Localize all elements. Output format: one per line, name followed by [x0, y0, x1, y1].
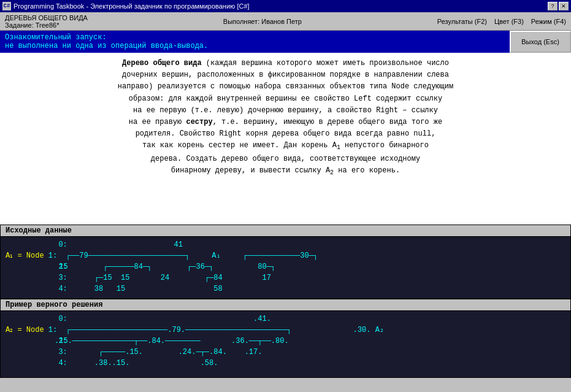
notification-bar: Ознакомительный запуск: не выполнена ни …	[0, 31, 571, 53]
output-row-0: 0: .41.	[6, 313, 565, 325]
input-row-2: 2: 15 ┌──────84─┐ ┌─36─┐ 80─┐	[6, 261, 565, 272]
input-body: 0: 41 A₁ = Node 1: ┌──79────────────────…	[1, 237, 570, 298]
description-text: Дерево общего вида (каждая вершина котор…	[10, 58, 561, 178]
task-label: Задание: Tree86*	[5, 21, 88, 29]
window-controls: ? ✕	[548, 2, 569, 10]
menu-right: Результаты (F2) Цвет (F3) Режим (F4)	[437, 18, 566, 25]
input-row-0: 0: 41	[6, 239, 565, 250]
task-info: ДЕРЕВЬЯ ОБЩЕГО ВИДА Задание: Tree86*	[5, 14, 88, 29]
mode-menu[interactable]: Режим (F4)	[531, 18, 566, 25]
input-section: Исходные данные 0: 41 A₁ = Node 1: ┌──79…	[0, 225, 571, 299]
input-row-label: A₁ = Node 1: ┌──79──────────────────────…	[6, 250, 565, 261]
input-row-4: 4: 38 15 58	[6, 283, 565, 294]
output-section: Пример верного решения 0: .41. A₂ = Node…	[0, 299, 571, 378]
main-content: Дерево общего вида (каждая вершина котор…	[0, 53, 571, 225]
input-header: Исходные данные	[1, 225, 570, 237]
output-body: 0: .41. A₂ = Node 1: ┌──────────────────…	[1, 311, 570, 377]
close-button[interactable]: ✕	[559, 2, 569, 10]
exit-button[interactable]: Выход (Esc)	[510, 31, 571, 53]
output-header: Пример верного решения	[1, 299, 570, 311]
bold-start: Дерево общего вида	[122, 59, 202, 67]
output-row-4: 4: .38..15. .58.	[6, 358, 565, 369]
color-menu[interactable]: Цвет (F3)	[494, 18, 524, 25]
window-title: Programming Taskbook - Электронный задач…	[13, 2, 250, 10]
output-row-2: 2: .15.──────────────┬──.84.──────── .36…	[6, 336, 565, 347]
help-button[interactable]: ?	[548, 2, 558, 10]
input-row-3: 3: ┌─15 15 24 ┌─84 17	[6, 272, 565, 283]
category-label: ДЕРЕВЬЯ ОБЩЕГО ВИДА	[5, 14, 88, 21]
notification-line2: не выполнена ни одна из операций ввода-в…	[5, 42, 505, 50]
output-row-label: A₂ = Node 1: ┌──────────────────────.79.…	[6, 325, 565, 336]
output-row-3: 3: ┌─────.15. .24.─┬─.84. .17.	[6, 347, 565, 358]
author-label: Выполняет: Иванов Петр	[223, 18, 302, 25]
notification-box: Ознакомительный запуск: не выполнена ни …	[0, 31, 510, 53]
title-bar: C# Programming Taskbook - Электронный за…	[0, 0, 571, 12]
title-bar-left: C# Programming Taskbook - Электронный за…	[2, 2, 250, 10]
results-menu[interactable]: Результаты (F2)	[437, 18, 487, 25]
notification-line1: Ознакомительный запуск:	[5, 33, 505, 42]
app-icon: C#	[2, 2, 11, 10]
